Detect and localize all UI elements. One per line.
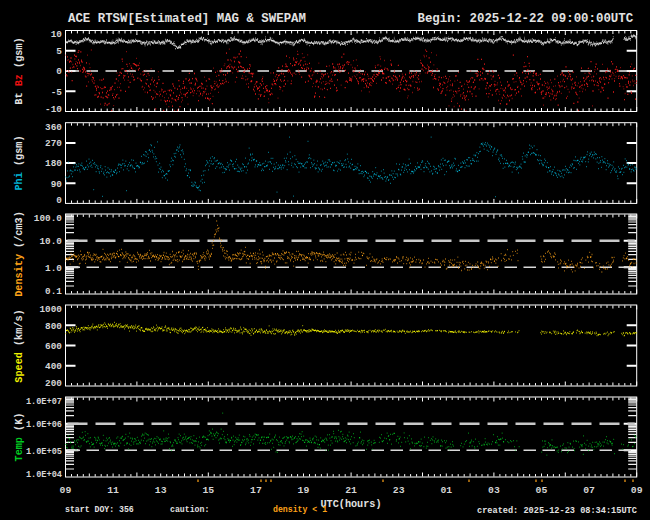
svg-text:200: 200 xyxy=(45,378,62,389)
svg-text:-5: -5 xyxy=(51,87,63,98)
svg-text:Bt Bz (gsm): Bt Bz (gsm) xyxy=(14,37,25,104)
svg-text:05: 05 xyxy=(536,485,548,496)
svg-text:360: 360 xyxy=(45,122,62,133)
svg-text:caution:: caution: xyxy=(170,505,209,514)
svg-text:Temp (K): Temp (K) xyxy=(14,413,25,462)
svg-text:03: 03 xyxy=(488,485,500,496)
svg-text:start DOY: 356: start DOY: 356 xyxy=(65,505,134,514)
svg-text:23: 23 xyxy=(393,485,405,496)
svg-text:11: 11 xyxy=(107,485,119,496)
svg-text:400: 400 xyxy=(45,361,62,372)
svg-text:09: 09 xyxy=(631,485,643,496)
svg-text:10: 10 xyxy=(51,29,63,40)
svg-text:07: 07 xyxy=(583,485,595,496)
svg-text:0: 0 xyxy=(56,66,62,77)
svg-text:600: 600 xyxy=(45,341,62,352)
svg-text:800: 800 xyxy=(45,321,62,332)
svg-text:Phi (gsm): Phi (gsm) xyxy=(14,135,25,190)
svg-text:density < 1: density < 1 xyxy=(273,505,327,514)
svg-text:10.0: 10.0 xyxy=(39,236,62,247)
svg-text:1.0E+05: 1.0E+05 xyxy=(26,447,62,457)
svg-text:1.0E+04: 1.0E+04 xyxy=(26,470,62,480)
svg-text:Speed (km/s): Speed (km/s) xyxy=(14,309,25,382)
svg-text:created: 2025-12-23 08:34:15UT: created: 2025-12-23 08:34:15UTC xyxy=(477,506,637,516)
svg-text:1000: 1000 xyxy=(39,304,62,315)
svg-text:90: 90 xyxy=(51,179,63,190)
svg-text:-10: -10 xyxy=(45,104,62,115)
svg-text:180: 180 xyxy=(45,158,62,169)
svg-text:270: 270 xyxy=(45,138,62,149)
svg-text:15: 15 xyxy=(202,485,214,496)
svg-text:17: 17 xyxy=(250,485,262,496)
svg-text:100.0: 100.0 xyxy=(34,213,63,224)
svg-text:UTC(hours): UTC(hours) xyxy=(320,499,381,510)
svg-text:Begin: 2025-12-22 09:00:00UTC: Begin: 2025-12-22 09:00:00UTC xyxy=(418,12,634,26)
svg-text:5: 5 xyxy=(56,46,62,57)
svg-text:21: 21 xyxy=(345,485,357,496)
svg-text:19: 19 xyxy=(298,485,310,496)
svg-text:1.0E+06: 1.0E+06 xyxy=(26,420,62,430)
svg-text:01: 01 xyxy=(440,485,452,496)
svg-text:0: 0 xyxy=(56,195,62,206)
svg-text:ACE RTSW[Estimated] MAG & SWEP: ACE RTSW[Estimated] MAG & SWEPAM xyxy=(68,12,306,26)
svg-text:09: 09 xyxy=(60,485,72,496)
svg-text:Density (/cm3): Density (/cm3) xyxy=(14,211,25,297)
svg-text:1.0: 1.0 xyxy=(45,263,62,274)
svg-text:1.0E+07: 1.0E+07 xyxy=(26,397,62,407)
svg-text:13: 13 xyxy=(155,485,167,496)
svg-text:0.1: 0.1 xyxy=(45,286,62,297)
